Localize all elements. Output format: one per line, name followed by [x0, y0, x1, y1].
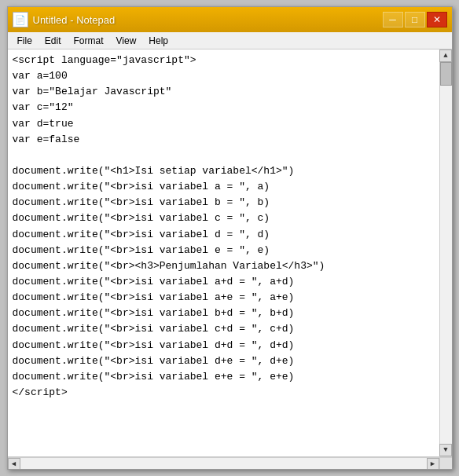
scroll-right-button[interactable]: ▶ [427, 458, 439, 470]
editor-main: <script language="javascript"> var a=100… [8, 49, 452, 456]
menu-format[interactable]: Format [68, 34, 110, 48]
scrollbar-horizontal: ◀ ▶ [8, 457, 439, 469]
app-icon-glyph: 📄 [15, 15, 26, 25]
hscroll-track[interactable] [20, 458, 427, 470]
notepad-window: 📄 Untitled - Notepad ─ □ ✕ File Edit For… [7, 6, 453, 470]
menu-bar: File Edit Format View Help [8, 32, 452, 49]
minimize-button[interactable]: ─ [383, 12, 403, 27]
window-controls: ─ □ ✕ [383, 12, 447, 27]
scroll-left-button[interactable]: ◀ [8, 458, 20, 470]
close-button[interactable]: ✕ [427, 12, 447, 27]
app-icon: 📄 [13, 12, 28, 27]
title-bar: 📄 Untitled - Notepad ─ □ ✕ [8, 7, 452, 32]
scroll-down-button[interactable]: ▼ [439, 444, 452, 456]
scrollbar-corner [439, 457, 452, 469]
scrollbar-vertical: ▲ ▼ [439, 49, 452, 456]
scrollbar-track[interactable] [440, 62, 452, 444]
menu-help[interactable]: Help [142, 34, 174, 48]
editor-content[interactable]: <script language="javascript"> var a=100… [8, 49, 439, 456]
menu-file[interactable]: File [11, 34, 39, 48]
maximize-button[interactable]: □ [405, 12, 425, 27]
bottom-bar: ◀ ▶ [8, 456, 452, 469]
window-title: Untitled - Notepad [33, 14, 116, 26]
menu-edit[interactable]: Edit [39, 34, 68, 48]
scroll-up-button[interactable]: ▲ [439, 49, 452, 62]
menu-view[interactable]: View [110, 34, 143, 48]
title-bar-left: 📄 Untitled - Notepad [13, 12, 116, 27]
editor-area: <script language="javascript"> var a=100… [8, 49, 452, 469]
scrollbar-thumb[interactable] [440, 62, 452, 86]
